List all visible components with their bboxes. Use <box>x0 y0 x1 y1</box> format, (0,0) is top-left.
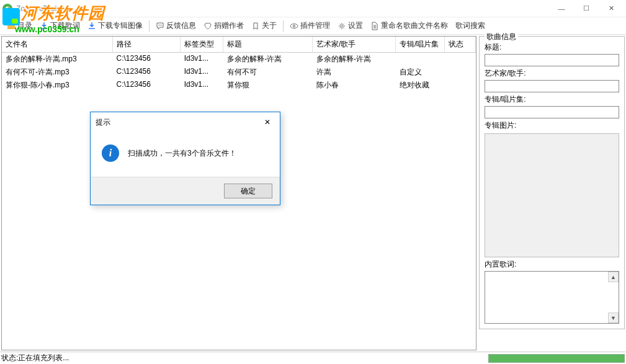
dialog-footer: 确定 <box>91 177 280 205</box>
dialog-titlebar: 提示 ✕ <box>91 112 280 132</box>
dialog-title-text: 提示 <box>96 117 260 128</box>
message-dialog: 提示 ✕ i 扫描成功，一共有3个音乐文件！ 确定 <box>90 112 280 205</box>
dialog-body: i 扫描成功，一共有3个音乐文件！ <box>91 132 280 177</box>
dialog-close-button[interactable]: ✕ <box>260 116 275 128</box>
ok-button[interactable]: 确定 <box>224 184 272 198</box>
info-icon: i <box>102 144 119 162</box>
dialog-overlay: 提示 ✕ i 扫描成功，一共有3个音乐文件！ 确定 <box>0 0 626 364</box>
dialog-message: 扫描成功，一共有3个音乐文件！ <box>128 148 236 159</box>
